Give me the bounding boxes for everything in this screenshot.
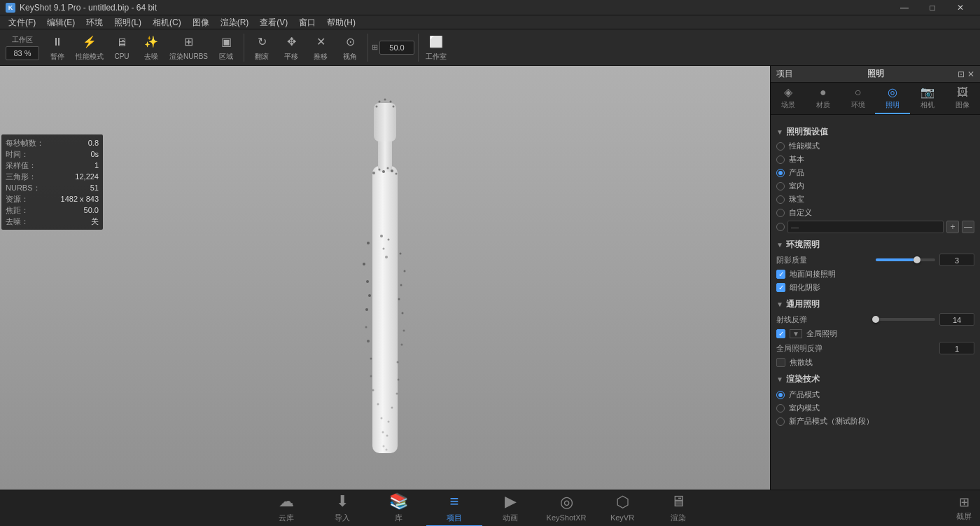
menu-item-c[interactable]: 相机(C)	[147, 15, 187, 29]
pause-button[interactable]: ⏸ 暂停	[43, 31, 71, 64]
tab-material-label: 材质	[816, 100, 830, 110]
preset-basic[interactable]: 基本	[776, 154, 974, 165]
tab-animation[interactable]: ▶ 动画	[482, 490, 538, 527]
viewport[interactable]	[0, 66, 770, 490]
presets-section-header: ▼ 照明预设值	[776, 126, 974, 138]
menu-item-e[interactable]: 编辑(E)	[41, 15, 80, 29]
samples-value: 1	[94, 160, 99, 171]
interior-mode-radio[interactable]	[776, 404, 785, 413]
global-illumination-row[interactable]: ✓ ▼ 全局照明	[776, 328, 974, 339]
menu-item-r[interactable]: 渲染(R)	[215, 15, 255, 29]
preset-custom-radio[interactable]	[776, 209, 785, 217]
new-product-mode-radio-row[interactable]: 新产品模式（测试阶段）	[776, 416, 974, 427]
maximize-button[interactable]: □	[918, 0, 946, 15]
svg-point-43	[386, 434, 388, 436]
preset-product[interactable]: 产品	[776, 167, 974, 178]
environment-icon: ○	[855, 86, 862, 99]
svg-point-6	[376, 105, 378, 107]
scene-icon: ◈	[784, 85, 792, 99]
tab-environment[interactable]: ○ 环境	[841, 83, 876, 114]
tab-project[interactable]: ≡ 项目	[426, 490, 482, 527]
new-product-mode-radio[interactable]	[776, 417, 785, 426]
menu-item-[interactable]: 环境	[80, 15, 108, 29]
interior-mode-radio-row[interactable]: 室内模式	[776, 403, 974, 413]
pan-button[interactable]: ✥ 平移	[277, 31, 305, 64]
svg-point-36	[372, 389, 374, 391]
menu-item-l[interactable]: 照明(L)	[108, 15, 147, 29]
panel-close-icon[interactable]: ✕	[967, 69, 974, 79]
screenshot-button[interactable]: ⊞ 截屏	[956, 494, 972, 522]
preset-jewelry-radio[interactable]	[776, 195, 785, 204]
perf-mode-button[interactable]: ⚡ 性能模式	[73, 31, 106, 64]
fov-group: ⊙ 视角	[336, 31, 364, 64]
add-preset-button[interactable]: +	[946, 221, 959, 233]
roll-button[interactable]: ↻ 翻滚	[248, 31, 276, 64]
custom-radio[interactable]	[776, 223, 785, 231]
ray-bounces-slider[interactable]	[876, 318, 936, 321]
tab-library[interactable]: 📚 库	[370, 490, 426, 527]
tab-keyvr[interactable]: ⬡ KeyVR	[594, 490, 650, 527]
tab-import[interactable]: ⬇ 导入	[314, 490, 370, 527]
custom-preset-input[interactable]	[788, 221, 944, 233]
product-mode-radio-row[interactable]: 产品模式	[776, 389, 974, 400]
fov-input[interactable]	[379, 41, 414, 55]
tab-cloud-library[interactable]: ☁ 云库	[258, 490, 314, 527]
ground-illumination-checkbox[interactable]: ✓	[776, 270, 785, 279]
menu-item-[interactable]: 窗口	[293, 15, 321, 29]
caustics-row[interactable]: 焦散线	[776, 357, 974, 368]
tab-render[interactable]: 🖥 渲染	[650, 490, 706, 527]
tab-keyshotxr[interactable]: ◎ KeyShotXR	[538, 490, 594, 527]
menu-item-[interactable]: 图像	[187, 15, 215, 29]
minimize-button[interactable]: —	[890, 0, 918, 15]
svg-point-26	[383, 247, 385, 249]
close-button[interactable]: ✕	[946, 0, 974, 15]
shadow-quality-slider[interactable]	[876, 258, 936, 261]
preset-performance-radio[interactable]	[776, 142, 785, 151]
preset-performance[interactable]: 性能模式	[776, 141, 974, 151]
menu-item-f[interactable]: 文件(F)	[3, 15, 41, 29]
caustics-checkbox[interactable]	[776, 358, 785, 367]
global-illumination-checkbox[interactable]: ✓	[776, 329, 785, 338]
toolbar: 工作区 ⏸ 暂停 ⚡ 性能模式 🖥 CPU ✨ 去噪 ⊞ 渲染NURBS ▣ 区…	[0, 29, 980, 66]
menu-item-h[interactable]: 帮助(H)	[321, 15, 361, 29]
studio-button[interactable]: ⬜ 工作室	[422, 31, 450, 64]
cpu-icon: 🖥	[113, 34, 130, 51]
remove-preset-button[interactable]: —	[962, 221, 974, 233]
preset-basic-radio[interactable]	[776, 155, 785, 164]
lighting-icon: ◎	[888, 85, 897, 99]
keyshotxr-icon: ◎	[560, 493, 573, 511]
percent-input[interactable]	[6, 46, 39, 60]
bottom-right: ⊞ 截屏	[956, 494, 972, 522]
fps-label: 每秒帧数：	[6, 137, 44, 148]
ground-illumination-row[interactable]: ✓ 地面间接照明	[776, 269, 974, 279]
toolbar-divider-1	[244, 34, 244, 62]
tab-camera[interactable]: 📷 相机	[910, 83, 945, 114]
svg-point-40	[381, 417, 383, 419]
push-button[interactable]: ✕ 推移	[307, 31, 335, 64]
tab-material[interactable]: ● 材质	[806, 83, 841, 114]
global-illumination-dropdown[interactable]: ▼	[790, 329, 802, 338]
region-button[interactable]: ▣ 区域	[212, 31, 240, 64]
refined-shadow-row[interactable]: ✓ 细化阴影	[776, 282, 974, 293]
cpu-button[interactable]: 🖥 CPU	[108, 31, 136, 64]
preset-interior-radio[interactable]	[776, 182, 785, 191]
default-button[interactable]: 工作区	[3, 31, 42, 64]
tab-lighting[interactable]: ◎ 照明	[875, 83, 910, 114]
render-nurbs-button[interactable]: ⊞ 渲染NURBS	[167, 31, 211, 64]
expand-icon[interactable]: ⊡	[958, 69, 965, 79]
preset-interior[interactable]: 室内	[776, 181, 974, 191]
preset-product-radio[interactable]	[776, 169, 785, 177]
preset-custom[interactable]: 自定义	[776, 207, 974, 218]
env-lighting-section-header: ▼ 环境照明	[776, 239, 974, 251]
product-mode-radio[interactable]	[776, 391, 785, 399]
preset-jewelry[interactable]: 珠宝	[776, 194, 974, 205]
refined-shadow-checkbox[interactable]: ✓	[776, 283, 785, 292]
remove-button[interactable]: ✨ 去噪	[137, 31, 165, 64]
menu-item-v[interactable]: 查看(V)	[254, 15, 293, 29]
tab-scene[interactable]: ◈ 场景	[771, 83, 806, 114]
import-label: 导入	[335, 513, 350, 523]
remove-icon: ✨	[143, 34, 160, 50]
tab-image[interactable]: 🖼 图像	[945, 83, 980, 114]
svg-rect-0	[372, 166, 398, 453]
ray-bounces-value: 14	[939, 313, 974, 326]
